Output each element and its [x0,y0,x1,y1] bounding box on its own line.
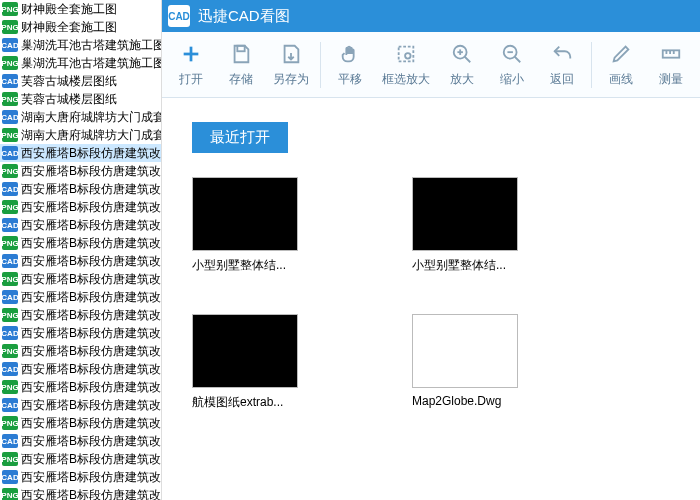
file-item[interactable]: CAD西安雁塔B标段仿唐建筑改建施工图 [0,144,161,162]
line-button[interactable]: 画线 [596,35,646,95]
file-item[interactable]: CAD西安雁塔B标段仿唐建筑改建施工图 [0,396,161,414]
pan-button[interactable]: 平移 [325,35,375,95]
png-file-icon: PNG [2,380,18,394]
file-item[interactable]: CAD西安雁塔B标段仿唐建筑改建施工图 [0,432,161,450]
file-item[interactable]: PNG巢湖洗耳池古塔建筑施工图 塔（建 [0,54,161,72]
title-bar: CAD 迅捷CAD看图 [162,0,700,32]
measure-button[interactable]: 测量 [646,35,696,95]
file-item[interactable]: CAD巢湖洗耳池古塔建筑施工图 塔（建 [0,36,161,54]
file-item[interactable]: PNG芙蓉古城楼层图纸 [0,90,161,108]
recent-file-thumb[interactable]: 小型别墅整体结... [192,177,302,274]
svg-line-6 [465,57,471,63]
png-file-icon: PNG [2,344,18,358]
file-item[interactable]: PNG西安雁塔B标段仿唐建筑改建施工图 [0,414,161,432]
thumbnail-grid: 小型别墅整体结...小型别墅整体结...航模图纸extrab...Map2Glo… [192,177,670,411]
file-item[interactable]: CAD西安雁塔B标段仿唐建筑改建施工图 [0,468,161,486]
file-item-label: 西安雁塔B标段仿唐建筑改建施工图 [21,217,161,234]
file-item-label: 西安雁塔B标段仿唐建筑改建施工图 [21,433,161,450]
file-item[interactable]: PNG西安雁塔B标段仿唐建筑改建施工图 [0,234,161,252]
png-file-icon: PNG [2,272,18,286]
content-area: 最近打开 小型别墅整体结...小型别墅整体结...航模图纸extrab...Ma… [162,98,700,500]
file-item-label: 财神殿全套施工图 [21,1,117,18]
file-item[interactable]: CAD西安雁塔B标段仿唐建筑改建施工图 [0,324,161,342]
back-button[interactable]: 返回 [537,35,587,95]
recent-file-thumb[interactable]: Map2Globe.Dwg [412,314,522,411]
file-item[interactable]: CAD西安雁塔B标段仿唐建筑改建施工图 [0,252,161,270]
app-logo-icon: CAD [168,5,190,27]
saveas-button[interactable]: 另存为 [266,35,316,95]
file-item[interactable]: CAD湖南大唐府城牌坊大门成套图纸--五 [0,108,161,126]
toolbar-label: 测量 [659,71,683,88]
file-item-label: 西安雁塔B标段仿唐建筑改建施工图 [21,451,161,468]
zoom-in-icon [449,41,475,67]
png-file-icon: PNG [2,56,18,70]
cad-file-icon: CAD [2,398,18,412]
file-item-label: 西安雁塔B标段仿唐建筑改建施工图 [21,163,161,180]
cad-file-icon: CAD [2,38,18,52]
app-title: 迅捷CAD看图 [198,7,290,26]
cad-file-icon: CAD [2,326,18,340]
thumb-caption: 小型别墅整体结... [192,257,302,274]
zoombox-button[interactable]: 框选放大 [375,35,437,95]
svg-point-4 [405,53,411,59]
file-item[interactable]: PNG财神殿全套施工图 [0,0,161,18]
file-item[interactable]: PNG西安雁塔B标段仿唐建筑改建施工图 [0,342,161,360]
thumb-caption: Map2Globe.Dwg [412,394,522,408]
file-item[interactable]: PNG西安雁塔B标段仿唐建筑改建施工图 [0,378,161,396]
png-file-icon: PNG [2,2,18,16]
file-item[interactable]: PNG西安雁塔B标段仿唐建筑改建施工图 [0,486,161,500]
svg-line-10 [515,57,521,63]
file-item[interactable]: CAD西安雁塔B标段仿唐建筑改建施工图 [0,216,161,234]
file-item-label: 西安雁塔B标段仿唐建筑改建施工图 [21,397,161,414]
file-item-label: 西安雁塔B标段仿唐建筑改建施工图 [21,325,161,342]
zoomin-button[interactable]: 放大 [437,35,487,95]
thumb-caption: 小型别墅整体结... [412,257,522,274]
file-list-sidebar: PNG财神殿全套施工图PNG财神殿全套施工图CAD巢湖洗耳池古塔建筑施工图 塔（… [0,0,162,500]
undo-icon [549,41,575,67]
file-item-label: 芙蓉古城楼层图纸 [21,73,117,90]
png-file-icon: PNG [2,308,18,322]
toolbar-label: 框选放大 [382,71,430,88]
thumb-preview [192,177,298,251]
cad-file-icon: CAD [2,362,18,376]
png-file-icon: PNG [2,200,18,214]
png-file-icon: PNG [2,452,18,466]
pencil-icon [608,41,634,67]
thumb-preview [412,177,518,251]
file-item[interactable]: PNG财神殿全套施工图 [0,18,161,36]
file-item[interactable]: CAD西安雁塔B标段仿唐建筑改建施工图 [0,180,161,198]
file-item-label: 西安雁塔B标段仿唐建筑改建施工图 [21,145,161,162]
file-item-label: 巢湖洗耳池古塔建筑施工图 塔（建 [21,37,161,54]
file-item[interactable]: CAD西安雁塔B标段仿唐建筑改建施工图 [0,360,161,378]
file-item[interactable]: PNG西安雁塔B标段仿唐建筑改建施工图 [0,450,161,468]
file-item-label: 西安雁塔B标段仿唐建筑改建施工图 [21,415,161,432]
open-button[interactable]: 打开 [166,35,216,95]
cad-file-icon: CAD [2,434,18,448]
thumb-preview [412,314,518,388]
recent-file-thumb[interactable]: 航模图纸extrab... [192,314,302,411]
file-item[interactable]: PNG湖南大唐府城牌坊大门成套图纸--五 [0,126,161,144]
file-item-label: 巢湖洗耳池古塔建筑施工图 塔（建 [21,55,161,72]
cad-file-icon: CAD [2,182,18,196]
file-item-label: 西安雁塔B标段仿唐建筑改建施工图 [21,289,161,306]
cad-file-icon: CAD [2,254,18,268]
file-item-label: 西安雁塔B标段仿唐建筑改建施工图 [21,235,161,252]
file-item[interactable]: CAD西安雁塔B标段仿唐建筑改建施工图 [0,288,161,306]
cad-file-icon: CAD [2,290,18,304]
toolbar-label: 缩小 [500,71,524,88]
file-item[interactable]: PNG西安雁塔B标段仿唐建筑改建施工图 [0,162,161,180]
file-item[interactable]: PNG西安雁塔B标段仿唐建筑改建施工图 [0,198,161,216]
file-item-label: 西安雁塔B标段仿唐建筑改建施工图 [21,379,161,396]
hand-icon [337,41,363,67]
file-item[interactable]: CAD芙蓉古城楼层图纸 [0,72,161,90]
recent-section-tab[interactable]: 最近打开 [192,122,288,153]
save-button[interactable]: 存储 [216,35,266,95]
file-item[interactable]: PNG西安雁塔B标段仿唐建筑改建施工图 [0,306,161,324]
png-file-icon: PNG [2,164,18,178]
plus-icon [178,41,204,67]
toolbar-label: 平移 [338,71,362,88]
recent-file-thumb[interactable]: 小型别墅整体结... [412,177,522,274]
png-file-icon: PNG [2,128,18,142]
file-item[interactable]: PNG西安雁塔B标段仿唐建筑改建施工图 [0,270,161,288]
zoomout-button[interactable]: 缩小 [487,35,537,95]
